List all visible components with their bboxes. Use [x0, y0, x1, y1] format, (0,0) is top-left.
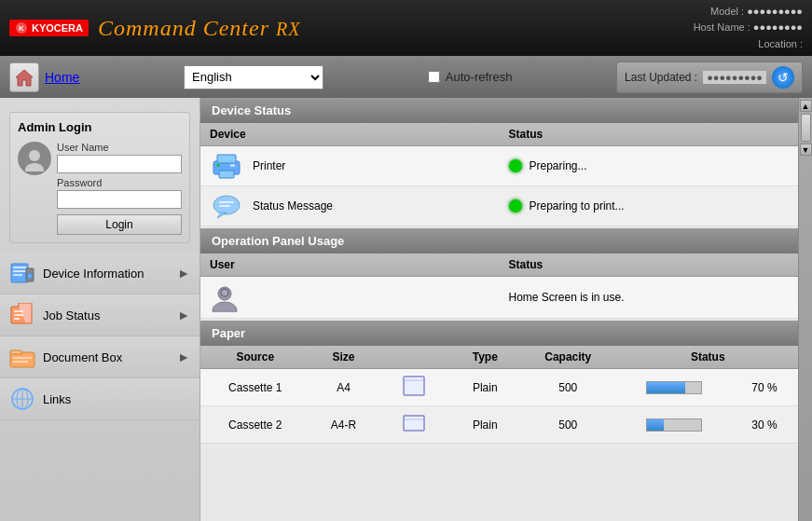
location-label: Location :	[758, 38, 803, 49]
cassette2-capacity: 500	[518, 406, 617, 444]
user-col-header: User	[200, 254, 500, 277]
svg-rect-8	[13, 274, 22, 276]
svg-rect-26	[230, 164, 235, 167]
cassette1-size: A4	[310, 369, 378, 406]
cassette1-progress-cell	[617, 369, 731, 406]
op-status-cell: Home Screen is in use.	[500, 277, 799, 319]
username-input[interactable]	[57, 155, 182, 173]
model-row: Model : ●●●●●●●●●	[694, 4, 803, 21]
printer-device-cell: Printer	[200, 146, 500, 186]
printer-icon	[210, 152, 243, 180]
svg-point-33	[213, 302, 237, 312]
operation-panel-section: Operation Panel Usage User Status	[200, 228, 798, 319]
scroll-down-button[interactable]: ▼	[800, 144, 812, 156]
cassette2-icon-cell	[377, 406, 451, 444]
password-input[interactable]	[57, 190, 182, 209]
type-label-col-header: Type	[451, 346, 518, 369]
logo-area: K KYOCERA Command Center RX	[9, 16, 300, 41]
printer-status-text: Preparing...	[530, 159, 587, 172]
paper-header: Paper	[200, 321, 798, 346]
svg-point-3	[29, 150, 40, 161]
operation-panel-header: Operation Panel Usage	[200, 228, 798, 254]
user-avatar-icon	[18, 142, 51, 175]
home-label: Home	[45, 70, 79, 85]
sidebar-item-document-box[interactable]: Document Box ►	[0, 336, 200, 378]
model-label: Model :	[710, 6, 744, 17]
hostname-label: Host Name :	[694, 21, 750, 33]
admin-login-title: Admin Login	[18, 120, 182, 134]
cassette2-progress-bar	[646, 418, 702, 432]
capacity-col-header: Capacity	[518, 346, 617, 369]
auto-refresh-area: Auto-refresh	[428, 70, 513, 84]
user-icon	[210, 282, 240, 312]
last-updated-label: Last Updated :	[625, 71, 697, 84]
cassette1-icon-cell	[377, 369, 451, 406]
cassette1-progress-fill	[647, 382, 685, 393]
svg-marker-29	[217, 213, 227, 218]
job-status-icon	[9, 302, 35, 328]
refresh-button[interactable]: ↺	[772, 66, 794, 89]
svg-point-4	[25, 163, 44, 171]
home-icon	[14, 68, 34, 87]
cassette2-percent: 30 %	[731, 406, 798, 444]
hostname-value: ●●●●●●●●	[753, 21, 803, 33]
chevron-right-icon: ►	[177, 266, 190, 281]
content-area: Device Status Device Status	[200, 98, 798, 521]
paper-section: Paper Source Size Type Capacity Status C…	[200, 321, 798, 444]
login-button[interactable]: Login	[57, 214, 182, 235]
cassette1-progress-bar	[646, 381, 702, 394]
cassette2-progress-cell	[617, 406, 731, 444]
svg-text:K: K	[19, 24, 24, 33]
model-value: ●●●●●●●●●	[747, 6, 803, 17]
sidebar-label-document-box: Document Box	[43, 350, 122, 364]
scroll-thumb[interactable]	[801, 114, 811, 142]
status-col-header: Status	[500, 123, 799, 146]
table-row: Cassette 1 A4 Plain 500	[200, 369, 798, 406]
language-select[interactable]: English Japanese German French	[184, 65, 323, 89]
cassette1-paper-icon	[401, 375, 427, 397]
admin-login-panel: Admin Login User Name Password Login	[9, 112, 190, 243]
size-col-header: Size	[310, 346, 378, 369]
cassette1-source: Cassette 1	[200, 369, 310, 406]
login-fields: User Name Password Login	[57, 142, 182, 235]
links-icon	[9, 386, 35, 412]
sidebar-item-device-information[interactable]: Device Information ►	[0, 253, 200, 295]
status-message-icon	[210, 192, 243, 220]
auto-refresh-checkbox[interactable]	[428, 71, 440, 83]
sidebar-item-links[interactable]: Links	[0, 378, 200, 420]
last-updated-value: ●●●●●●●●●	[703, 71, 766, 84]
svg-point-27	[217, 164, 220, 167]
top-bar: K KYOCERA Command Center RX Model : ●●●●…	[0, 0, 812, 56]
nav-bar: Home English Japanese German French Auto…	[0, 56, 812, 98]
svg-rect-6	[13, 267, 26, 268]
status-message-status-cell: Preparing to print...	[500, 186, 799, 226]
table-row: Status Message Preparing to print...	[200, 186, 798, 226]
svg-rect-18	[13, 361, 28, 363]
auto-refresh-label: Auto-refresh	[446, 70, 513, 84]
source-col-header: Source	[200, 346, 310, 369]
home-link[interactable]: Home	[9, 62, 79, 92]
sidebar-item-job-status[interactable]: Job Status ►	[0, 295, 200, 336]
brand-title-text: Command Center	[98, 16, 269, 40]
svg-point-35	[222, 290, 227, 295]
scroll-up-button[interactable]: ▲	[800, 100, 812, 112]
operation-panel-table: User Status	[200, 254, 798, 319]
device-info-top: Model : ●●●●●●●●● Host Name : ●●●●●●●● L…	[694, 4, 803, 53]
sidebar: Admin Login User Name Password Login	[0, 98, 200, 521]
device-status-section: Device Status Device Status	[200, 98, 798, 226]
printer-label: Printer	[253, 159, 285, 172]
svg-rect-24	[217, 155, 236, 163]
table-row: Printer Preparing...	[200, 146, 798, 186]
svg-rect-7	[13, 270, 26, 272]
cassette1-capacity: 500	[518, 369, 617, 406]
svg-rect-16	[10, 350, 21, 354]
svg-rect-36	[404, 377, 424, 395]
printer-status-dot	[509, 159, 522, 172]
cassette2-paper-icon	[401, 412, 427, 434]
paper-table: Source Size Type Capacity Status Cassett…	[200, 346, 798, 444]
op-status-text: Home Screen is in use.	[509, 291, 625, 304]
password-label: Password	[57, 177, 182, 188]
cassette2-source: Cassette 2	[200, 406, 310, 444]
brand-suffix: RX	[276, 19, 300, 39]
scrollbar[interactable]: ▲ ▼	[798, 98, 812, 521]
